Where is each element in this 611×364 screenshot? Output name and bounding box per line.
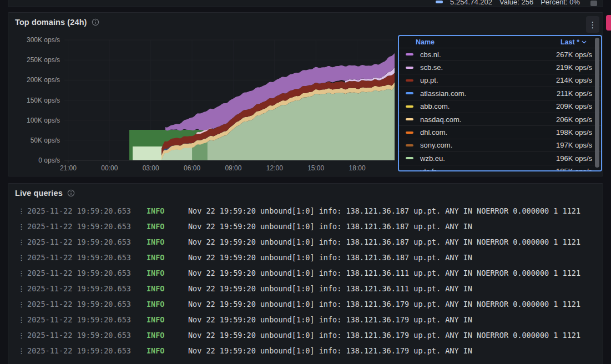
panel-title-top-domains: Top domains (24h) bbox=[15, 18, 87, 27]
legend-series-name[interactable]: utc.fr. bbox=[420, 167, 556, 171]
series-color-swatch bbox=[406, 144, 413, 146]
log-level-badge: INFO bbox=[147, 222, 165, 231]
legend-name-header[interactable]: Name bbox=[416, 38, 435, 46]
log-level-badge: INFO bbox=[147, 253, 165, 262]
x-axis-label: 15:00 bbox=[307, 164, 324, 172]
log-row: ⋮2025-11-22 19:59:20.653INFONov 22 19:59… bbox=[8, 234, 603, 250]
log-timestamp: 2025-11-22 19:59:20.653 bbox=[27, 346, 131, 355]
log-message: Nov 22 19:59:20 unbound[1:0] info: 138.1… bbox=[188, 206, 580, 215]
x-axis-label: 00:00 bbox=[101, 164, 118, 172]
log-row-menu-icon[interactable]: ⋮ bbox=[18, 300, 26, 309]
legend-row[interactable]: wzb.eu.196K ops/s bbox=[399, 152, 601, 165]
log-timestamp: 2025-11-22 19:59:20.653 bbox=[27, 222, 131, 231]
x-axis-label: 21:00 bbox=[60, 164, 77, 172]
log-timestamp: 2025-11-22 19:59:20.653 bbox=[27, 284, 131, 293]
legend-last-header[interactable]: Last * bbox=[560, 38, 587, 46]
log-row-menu-icon[interactable]: ⋮ bbox=[18, 316, 26, 324]
log-message: Nov 22 19:59:20 unbound[1:0] info: 138.1… bbox=[188, 222, 472, 231]
scrollbar-fragment[interactable] bbox=[590, 1, 597, 6]
y-axis-label: 250K ops/s bbox=[27, 56, 60, 64]
legend-series-value: 196K ops/s bbox=[556, 154, 592, 163]
log-level-badge: INFO bbox=[147, 269, 165, 277]
legend-series-value: 198K ops/s bbox=[556, 128, 592, 136]
series-swatch bbox=[436, 1, 443, 3]
panel-menu-button[interactable]: ⋮ bbox=[586, 16, 599, 33]
top-domains-panel: 300K ops/s250K ops/s200K ops/s150K ops/s… bbox=[8, 12, 603, 176]
series-color-swatch bbox=[406, 79, 413, 82]
kebab-icon: ⋮ bbox=[589, 21, 597, 29]
log-message: Nov 22 19:59:20 unbound[1:0] info: 138.1… bbox=[188, 237, 580, 246]
x-axis-label: 09:00 bbox=[225, 164, 241, 172]
log-row: ⋮2025-11-22 19:59:20.653INFONov 22 19:59… bbox=[8, 312, 603, 327]
legend-series-value: 209K ops/s bbox=[556, 102, 592, 110]
log-row-menu-icon[interactable]: ⋮ bbox=[18, 285, 26, 293]
legend-series-name[interactable]: abb.com. bbox=[420, 102, 556, 110]
series-ip-label: 5.254.74.202 bbox=[450, 0, 492, 6]
legend-row[interactable]: nasdaq.com.206K ops/s bbox=[399, 113, 601, 126]
series-color-swatch bbox=[406, 53, 413, 55]
chevron-down-icon bbox=[582, 41, 587, 44]
legend-series-name[interactable]: up.pt. bbox=[420, 76, 556, 84]
y-axis-label: 100K ops/s bbox=[27, 117, 60, 124]
log-message: Nov 22 19:59:20 unbound[1:0] info: 138.1… bbox=[188, 346, 472, 355]
legend-row[interactable]: atlassian.com.211K ops/s bbox=[399, 87, 601, 100]
log-row-menu-icon[interactable]: ⋮ bbox=[18, 207, 26, 215]
log-row: ⋮2025-11-22 19:59:20.653INFONov 22 19:59… bbox=[8, 327, 603, 343]
legend-row[interactable]: sony.com.197K ops/s bbox=[399, 139, 601, 152]
legend-row[interactable]: abb.com.209K ops/s bbox=[399, 100, 601, 113]
series-color-swatch bbox=[406, 105, 413, 108]
log-message: Nov 22 19:59:20 unbound[1:0] info: 138.1… bbox=[188, 331, 580, 340]
log-row: ⋮2025-11-22 19:59:20.653INFONov 22 19:59… bbox=[8, 250, 603, 265]
log-rows: ⋮2025-11-22 19:59:20.653INFONov 22 19:59… bbox=[8, 203, 603, 358]
series-color-swatch bbox=[406, 132, 413, 134]
log-timestamp: 2025-11-22 19:59:20.653 bbox=[27, 253, 131, 262]
log-level-badge: INFO bbox=[147, 206, 165, 215]
legend-series-name[interactable]: dhl.com. bbox=[420, 128, 556, 136]
legend-series-name[interactable]: sony.com. bbox=[420, 141, 556, 149]
series-value-label: Value: 256 bbox=[499, 0, 533, 6]
legend-rows: cbs.nl.267K ops/sscb.se.219K ops/sup.pt.… bbox=[399, 48, 601, 171]
legend-table: Name Last * cbs.nl.267K ops/sscb.se.219K… bbox=[398, 35, 602, 171]
log-row-menu-icon[interactable]: ⋮ bbox=[18, 223, 26, 231]
legend-row[interactable]: scb.se.219K ops/s bbox=[399, 61, 601, 74]
legend-series-value: 211K ops/s bbox=[557, 89, 592, 98]
log-timestamp: 2025-11-22 19:59:20.653 bbox=[27, 300, 131, 309]
legend-series-name[interactable]: cbs.nl. bbox=[420, 50, 556, 59]
log-row-menu-icon[interactable]: ⋮ bbox=[18, 269, 26, 277]
legend-series-name[interactable]: wzb.eu. bbox=[420, 154, 556, 163]
legend-series-name[interactable]: scb.se. bbox=[420, 63, 556, 72]
legend-series-value: 197K ops/s bbox=[556, 141, 592, 149]
log-level-badge: INFO bbox=[147, 331, 165, 340]
y-axis-label: 200K ops/s bbox=[27, 76, 60, 84]
log-timestamp: 2025-11-22 19:59:20.653 bbox=[27, 315, 131, 324]
legend-series-value: 185K ops/s bbox=[556, 167, 592, 171]
live-queries-panel: Live queries ⋮2025-11-22 19:59:20.653INF… bbox=[8, 183, 603, 364]
x-axis-label: 03:00 bbox=[143, 164, 159, 172]
series-color-swatch bbox=[406, 170, 413, 171]
info-icon[interactable] bbox=[67, 189, 75, 197]
legend-row[interactable]: up.pt.214K ops/s bbox=[399, 74, 601, 87]
legend-series-name[interactable]: nasdaq.com. bbox=[420, 115, 556, 124]
log-row-menu-icon[interactable]: ⋮ bbox=[18, 254, 26, 262]
log-row: ⋮2025-11-22 19:59:20.653INFONov 22 19:59… bbox=[8, 296, 603, 312]
tooltip-series-readout: 5.254.74.202 Value: 256 Percent: 0% bbox=[436, 0, 580, 6]
info-icon[interactable] bbox=[92, 18, 99, 26]
log-message: Nov 22 19:59:20 unbound[1:0] info: 138.1… bbox=[188, 269, 580, 277]
log-row: ⋮2025-11-22 19:59:20.653INFONov 22 19:59… bbox=[8, 203, 603, 219]
log-row-menu-icon[interactable]: ⋮ bbox=[18, 331, 26, 340]
legend-row[interactable]: dhl.com.198K ops/s bbox=[399, 126, 601, 139]
legend-scrollbar-thumb[interactable] bbox=[595, 38, 599, 168]
legend-row[interactable]: utc.fr.185K ops/s bbox=[399, 165, 601, 171]
log-level-badge: INFO bbox=[147, 315, 165, 324]
series-percent-label: Percent: 0% bbox=[541, 0, 580, 6]
log-row: ⋮2025-11-22 19:59:20.653INFONov 22 19:59… bbox=[8, 281, 603, 296]
log-message: Nov 22 19:59:20 unbound[1:0] info: 138.1… bbox=[188, 300, 580, 309]
log-message: Nov 22 19:59:20 unbound[1:0] info: 138.1… bbox=[188, 315, 472, 324]
legend-series-value: 206K ops/s bbox=[556, 115, 592, 124]
legend-series-value: 219K ops/s bbox=[556, 63, 592, 72]
x-axis-label: 18:00 bbox=[349, 164, 366, 172]
legend-row[interactable]: cbs.nl.267K ops/s bbox=[399, 48, 601, 61]
log-row-menu-icon[interactable]: ⋮ bbox=[18, 347, 26, 355]
legend-series-name[interactable]: atlassian.com. bbox=[420, 89, 557, 98]
log-row-menu-icon[interactable]: ⋮ bbox=[18, 238, 26, 246]
